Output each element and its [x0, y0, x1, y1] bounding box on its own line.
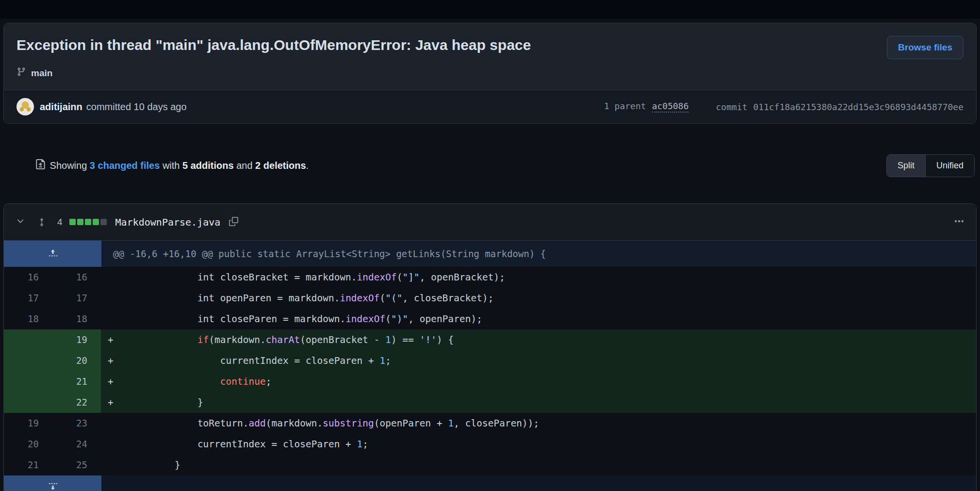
file-diff-icon [8, 148, 50, 183]
diffstat-block-neutral [100, 219, 107, 225]
browse-files-button[interactable]: Browse files [887, 36, 964, 59]
old-line-number[interactable] [4, 329, 52, 350]
hunk-header-row: @@ -16,6 +16,10 @@ public static ArrayLi… [4, 241, 976, 267]
deletions-count: 2 deletions [255, 160, 306, 171]
branch-name: main [31, 68, 52, 79]
expand-up-button[interactable] [4, 241, 101, 267]
kebab-horizontal-icon [954, 216, 964, 228]
summary-middle: with [160, 160, 182, 171]
diff-row: 1923 toReturn.add(markdown.substring(ope… [4, 413, 976, 434]
expand-down-button[interactable] [4, 475, 101, 491]
diff-summary-row: Showing 3 changed files with 5 additions… [3, 148, 977, 183]
diff-row: 19+ if(markdown.charAt(openBracket - 1) … [4, 329, 976, 350]
expand-bottom-row [4, 475, 976, 491]
diff-row: 2024 currentIndex = closeParen + 1; [4, 434, 976, 455]
file-header: 4 MarkdownParse.java [4, 204, 976, 241]
new-line-number[interactable]: 16 [52, 267, 101, 288]
diff-marker: + [108, 329, 129, 350]
old-line-number[interactable]: 18 [4, 309, 52, 329]
diff-rows: 1616 int closeBracket = markdown.indexOf… [4, 267, 976, 475]
summary-period: . [306, 160, 309, 171]
code-line: } [101, 455, 976, 475]
git-branch-icon [16, 67, 26, 79]
commit-author[interactable]: aditijainn [40, 101, 82, 113]
commit-title-section: Exception in thread "main" java.lang.Out… [4, 23, 976, 90]
new-line-number[interactable]: 21 [52, 371, 101, 392]
code-line: int closeParen = markdown.indexOf(")", o… [101, 309, 976, 329]
diff-row: 1818 int closeParen = markdown.indexOf("… [4, 309, 976, 329]
commit-header-box: Exception in thread "main" java.lang.Out… [3, 23, 977, 124]
diff-summary-text: Showing 3 changed files with 5 additions… [8, 148, 309, 183]
code-line: + continue; [101, 371, 976, 392]
diff-marker: + [108, 350, 129, 371]
code-line: currentIndex = closeParen + 1; [101, 434, 976, 455]
copy-file-path-button[interactable] [229, 217, 238, 228]
parent-sha-link[interactable]: ac05086 [652, 101, 689, 113]
diffstat-block-added [69, 219, 76, 225]
expand-row-fill [101, 475, 976, 491]
arrows-up-down-icon[interactable] [37, 217, 47, 227]
old-line-number[interactable]: 16 [4, 267, 52, 288]
changed-lines-count: 4 [57, 217, 63, 228]
diff-file-panel: 4 MarkdownParse.java [3, 203, 977, 491]
unified-view-button[interactable]: Unified [926, 155, 974, 177]
commit-title: Exception in thread "main" java.lang.Out… [16, 36, 531, 54]
hunk-header: @@ -16,6 +16,10 @@ public static ArrayLi… [101, 241, 976, 267]
diffstat [69, 219, 107, 225]
new-line-number[interactable]: 22 [52, 392, 101, 413]
parent-group: 1 parent ac05086 [604, 101, 689, 113]
commit-meta-section: aditijainn committed 10 days ago 1 paren… [4, 90, 976, 123]
old-line-number[interactable] [4, 392, 52, 413]
summary-and: and [234, 160, 255, 171]
diff-row: 1717 int openParen = markdown.indexOf("(… [4, 288, 976, 309]
diff-marker: + [108, 371, 129, 392]
new-line-number[interactable]: 25 [52, 455, 101, 475]
new-line-number[interactable]: 18 [52, 309, 101, 329]
parent-label: 1 parent [604, 101, 646, 111]
file-options-button[interactable] [954, 216, 964, 228]
code-line: int openParen = markdown.indexOf("(", cl… [101, 288, 976, 309]
changed-files-link[interactable]: 3 changed files [90, 160, 160, 171]
new-line-number[interactable]: 20 [52, 350, 101, 371]
old-line-number[interactable] [4, 350, 52, 371]
copy-icon [229, 217, 238, 228]
old-line-number[interactable]: 19 [4, 413, 52, 434]
diff-row: 22+ } [4, 392, 976, 413]
code-line: + if(markdown.charAt(openBracket - 1) ==… [101, 329, 976, 350]
diff-row: 1616 int closeBracket = markdown.indexOf… [4, 267, 976, 288]
commit-meta-right: 1 parent ac05086 commit 011cf18a6215380a… [604, 101, 964, 113]
commit-sha-group: commit 011cf18a6215380a22dd15e3c96893d44… [716, 102, 964, 112]
summary-prefix: Showing [50, 160, 90, 171]
code-line: + } [101, 392, 976, 413]
new-line-number[interactable]: 17 [52, 288, 101, 309]
additions-count: 5 additions [182, 160, 234, 171]
diffstat-block-added [93, 219, 99, 225]
fold-down-icon [48, 481, 58, 491]
new-line-number[interactable]: 23 [52, 413, 101, 434]
collapse-file-button[interactable] [16, 216, 25, 228]
diffstat-block-added [85, 219, 91, 225]
file-name[interactable]: MarkdownParse.java [115, 216, 221, 228]
diff-view-toggle: Split Unified [886, 154, 975, 177]
content: Exception in thread "main" java.lang.Out… [0, 23, 980, 491]
code-line: toReturn.add(markdown.substring(openPare… [101, 413, 976, 434]
diff-row: 20+ currentIndex = closeParen + 1; [4, 350, 976, 371]
code-line: int closeBracket = markdown.indexOf("]",… [101, 267, 976, 288]
old-line-number[interactable]: 20 [4, 434, 52, 455]
diff-row: 21+ continue; [4, 371, 976, 392]
old-line-number[interactable]: 17 [4, 288, 52, 309]
new-line-number[interactable]: 19 [52, 329, 101, 350]
old-line-number[interactable] [4, 371, 52, 392]
diffstat-block-added [77, 219, 83, 225]
new-line-number[interactable]: 24 [52, 434, 101, 455]
diff-row: 2125 } [4, 455, 976, 475]
code-line: + currentIndex = closeParen + 1; [101, 350, 976, 371]
avatar[interactable] [16, 98, 34, 115]
committed-text: committed 10 days ago [86, 101, 187, 113]
old-line-number[interactable]: 21 [4, 455, 52, 475]
commit-page: Exception in thread "main" java.lang.Out… [0, 0, 980, 491]
top-bar [0, 0, 980, 18]
commit-label: commit [716, 102, 747, 112]
split-view-button[interactable]: Split [887, 155, 926, 177]
diff-marker: + [108, 392, 129, 413]
